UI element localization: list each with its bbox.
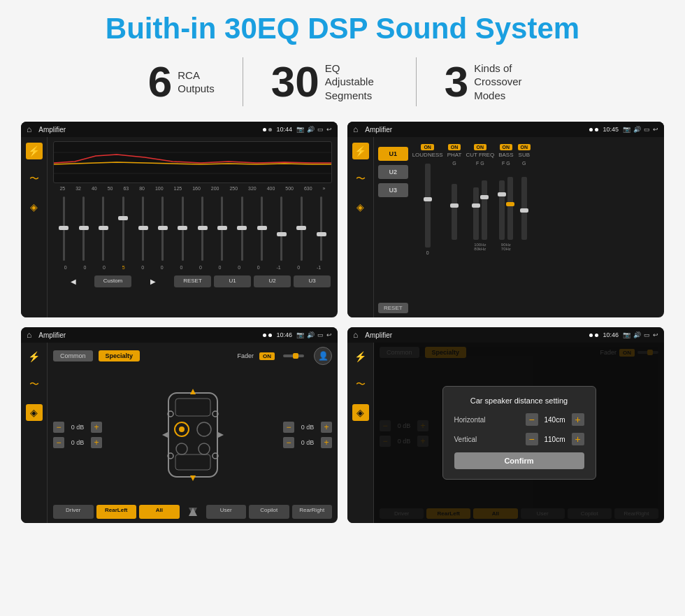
- cutfreq-slider-f[interactable]: [472, 203, 480, 208]
- eq-track-11[interactable]: [280, 196, 282, 261]
- eq-thumb-5[interactable]: [158, 226, 168, 230]
- eq-track-6[interactable]: [182, 196, 184, 261]
- bass-slider-g[interactable]: [506, 202, 514, 206]
- driver-btn[interactable]: Driver: [53, 505, 94, 519]
- eq-thumb-4[interactable]: [138, 226, 148, 230]
- vol4-minus[interactable]: −: [283, 437, 294, 448]
- prev-btn[interactable]: ◀: [55, 275, 92, 287]
- vol2-minus[interactable]: −: [53, 437, 64, 448]
- eq-speaker-icon[interactable]: ◈: [26, 199, 43, 215]
- eq-track-5[interactable]: [161, 196, 164, 261]
- loudness-slider[interactable]: [424, 197, 432, 201]
- eq-thumb-0[interactable]: [59, 226, 68, 230]
- rearleft-btn[interactable]: RearLeft: [96, 505, 137, 519]
- home-icon-3[interactable]: ⌂: [27, 330, 31, 340]
- eq-thumb-8[interactable]: [217, 226, 227, 230]
- vol3-plus[interactable]: +: [321, 422, 332, 433]
- u1-btn[interactable]: U1: [214, 275, 251, 287]
- eq-track-8[interactable]: [221, 196, 223, 261]
- eq-thumb-9[interactable]: [237, 226, 247, 230]
- eq-thumb-1[interactable]: [79, 226, 89, 230]
- back-icon-4[interactable]: ↩: [653, 331, 658, 338]
- custom-btn[interactable]: Custom: [94, 275, 131, 287]
- eq-track-4[interactable]: [142, 196, 144, 261]
- dot4-1: [589, 334, 593, 337]
- dlg-speaker-icon[interactable]: ◈: [352, 404, 369, 421]
- vertical-plus[interactable]: +: [572, 433, 584, 445]
- fader-on-badge[interactable]: ON: [259, 352, 275, 360]
- eq-filter-icon[interactable]: ⚡: [26, 143, 43, 159]
- user-btn[interactable]: User: [206, 505, 247, 519]
- amp-speaker-icon[interactable]: ◈: [352, 199, 369, 215]
- spk-speaker-icon[interactable]: ◈: [26, 404, 43, 421]
- back-icon-2[interactable]: ↩: [653, 126, 658, 133]
- eq-track-12[interactable]: [301, 196, 303, 261]
- eq-track-1[interactable]: [82, 196, 85, 261]
- eq-thumb-13[interactable]: [317, 232, 326, 236]
- eq-track-10[interactable]: [261, 196, 263, 261]
- phat-slider[interactable]: [450, 203, 459, 208]
- u2-btn[interactable]: U2: [254, 275, 291, 287]
- cutfreq-slider-g[interactable]: [480, 195, 489, 199]
- u3-btn[interactable]: U3: [294, 275, 331, 287]
- eq-thumb-11[interactable]: [277, 232, 287, 236]
- sub-on[interactable]: ON: [518, 144, 531, 150]
- amp-reset-btn[interactable]: RESET: [378, 303, 408, 313]
- dlg-wave-icon[interactable]: 〜: [352, 376, 369, 393]
- svg-marker-19: [162, 432, 168, 438]
- u1-preset-btn[interactable]: U1: [378, 147, 408, 161]
- u3-preset-btn[interactable]: U3: [378, 183, 408, 197]
- confirm-button[interactable]: Confirm: [454, 452, 584, 469]
- common-tab[interactable]: Common: [53, 350, 93, 361]
- vol3-minus[interactable]: −: [283, 422, 294, 433]
- home-icon-4[interactable]: ⌂: [353, 330, 358, 340]
- vol1-plus[interactable]: +: [91, 422, 102, 433]
- back-icon-3[interactable]: ↩: [326, 331, 332, 338]
- eq-track-2[interactable]: [102, 196, 104, 261]
- dlg-filter-icon[interactable]: ⚡: [352, 348, 369, 365]
- copilot-btn[interactable]: Copilot: [249, 505, 289, 519]
- eq-track-3[interactable]: [122, 196, 124, 261]
- cutfreq-on[interactable]: ON: [474, 144, 487, 150]
- back-icon[interactable]: ↩: [326, 126, 332, 133]
- vol2-plus[interactable]: +: [91, 437, 102, 448]
- fader-label: Fader: [237, 352, 254, 359]
- eq-thumb-6[interactable]: [178, 226, 187, 230]
- eq-track-7[interactable]: [201, 196, 203, 261]
- sub-slider[interactable]: [520, 208, 528, 213]
- home-icon-2[interactable]: ⌂: [353, 124, 358, 134]
- fader-slider-svg[interactable]: [283, 352, 304, 360]
- amp-filter-icon[interactable]: ⚡: [352, 143, 369, 159]
- vol4-plus[interactable]: +: [321, 437, 332, 448]
- bass-slider-f[interactable]: [498, 192, 506, 196]
- phat-on[interactable]: ON: [448, 144, 461, 150]
- loudness-on[interactable]: ON: [421, 144, 434, 150]
- rearright-btn[interactable]: RearRight: [292, 505, 333, 519]
- next-btn[interactable]: ▶: [134, 275, 171, 287]
- reset-btn[interactable]: RESET: [174, 275, 211, 287]
- home-icon-1[interactable]: ⌂: [27, 124, 31, 134]
- eq-thumb-7[interactable]: [198, 226, 208, 230]
- eq-thumb-3[interactable]: [118, 216, 128, 220]
- horizontal-plus[interactable]: +: [572, 413, 584, 426]
- eq-thumb-12[interactable]: [296, 226, 306, 230]
- eq-track-13[interactable]: [320, 196, 322, 261]
- u2-preset-btn[interactable]: U2: [378, 165, 408, 179]
- vol1-minus[interactable]: −: [53, 422, 64, 433]
- settings-icon[interactable]: 👤: [314, 347, 332, 365]
- horizontal-minus[interactable]: −: [526, 413, 538, 426]
- amp-wave-icon[interactable]: 〜: [352, 171, 369, 187]
- screen2-title: Amplifier: [365, 126, 585, 134]
- eq-wave-icon[interactable]: 〜: [26, 171, 43, 187]
- bass-on[interactable]: ON: [500, 144, 513, 150]
- all-btn[interactable]: All: [139, 505, 180, 519]
- eq-thumb-10[interactable]: [257, 226, 267, 230]
- vertical-minus[interactable]: −: [526, 433, 538, 445]
- eq-track-0[interactable]: [63, 196, 65, 261]
- specialty-tab[interactable]: Specialty: [99, 350, 140, 361]
- spk-wave-icon[interactable]: 〜: [26, 376, 43, 393]
- eq-thumb-2[interactable]: [99, 226, 108, 230]
- eq-track-9[interactable]: [241, 196, 243, 261]
- expand-icon[interactable]: [182, 505, 203, 519]
- spk-filter-icon[interactable]: ⚡: [26, 348, 43, 365]
